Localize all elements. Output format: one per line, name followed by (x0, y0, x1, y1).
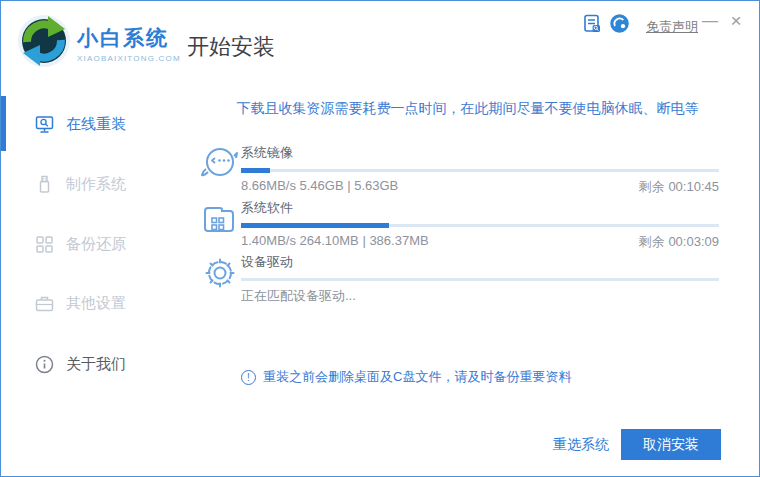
task-device-driver: 设备驱动 正在匹配设备驱动... (201, 253, 719, 299)
header: 小白系统 XIAOBAIXITONG.COM 开始安装 免责声明 — × (1, 1, 759, 91)
sidebar-item-make-system[interactable]: 制作系统 (1, 169, 186, 199)
task-name: 系统软件 (241, 199, 719, 217)
monitor-reinstall-icon (35, 115, 54, 134)
document-feedback-icon[interactable] (584, 14, 601, 33)
cancel-install-button[interactable]: 取消安装 (621, 429, 721, 460)
task-system-software: 系统软件 1.40MB/s 264.10MB | 386.37MB 剩余 00:… (201, 199, 719, 245)
backup-warning: ! 重装之前会删除桌面及C盘文件，请及时备份重要资料 (241, 368, 571, 386)
task-remaining: 剩余 00:10:45 (639, 178, 719, 196)
progress-bar-device-driver (241, 277, 719, 282)
sidebar-item-label: 制作系统 (66, 175, 126, 194)
progress-fill (241, 223, 389, 228)
task-remaining: 剩余 00:03:09 (639, 233, 719, 251)
minimize-button[interactable]: — (702, 12, 718, 30)
brand-domain: XIAOBAIXITONG.COM (77, 54, 181, 63)
task-name: 设备驱动 (241, 253, 719, 271)
brand-name: 小白系统 (77, 24, 181, 52)
app-window: 小白系统 XIAOBAIXITONG.COM 开始安装 免责声明 — × (0, 0, 760, 477)
backup-warning-text: 重装之前会删除桌面及C盘文件，请及时备份重要资料 (263, 368, 571, 386)
sidebar-item-online-reinstall[interactable]: 在线重装 (1, 109, 186, 139)
task-detail: 正在匹配设备驱动... (241, 287, 356, 305)
progress-fill (241, 168, 270, 173)
sidebar-item-label: 在线重装 (66, 115, 126, 134)
gear-icon (201, 253, 239, 293)
sidebar-item-other-settings[interactable]: 其他设置 (1, 288, 186, 318)
info-about-icon (35, 355, 54, 374)
sidebar-item-label: 其他设置 (66, 294, 126, 313)
disclaimer-link[interactable]: 免责声明 (646, 18, 698, 36)
sidebar-item-backup-restore[interactable]: 备份还原 (1, 229, 186, 259)
progress-track (241, 278, 719, 281)
task-system-image: 系统镜像 8.66MB/s 5.46GB | 5.63GB 剩余 00:10:4… (201, 144, 719, 190)
download-notice: 下载且收集资源需要耗费一点时间，在此期间尽量不要使电脑休眠、断电等 (191, 100, 744, 118)
progress-bar-system-image (241, 168, 719, 173)
briefcase-settings-icon (35, 294, 54, 313)
page-title: 开始安装 (187, 32, 275, 62)
progress-track (241, 169, 719, 172)
task-name: 系统镜像 (241, 144, 719, 162)
close-button[interactable]: × (727, 11, 745, 31)
sidebar-item-label: 关于我们 (66, 355, 126, 374)
customer-service-icon[interactable] (610, 14, 629, 33)
main-content: 下载且收集资源需要耗费一点时间，在此期间尽量不要使电脑休眠、断电等 系统镜像 (186, 91, 759, 476)
progress-bar-system-software (241, 223, 719, 228)
task-detail: 8.66MB/s 5.46GB | 5.63GB (241, 178, 398, 196)
task-detail: 1.40MB/s 264.10MB | 386.37MB (241, 233, 429, 251)
sidebar-item-about-us[interactable]: 关于我们 (1, 349, 186, 379)
exclamation-circle-icon: ! (241, 370, 256, 385)
sidebar: 在线重装 制作系统 备份还原 其他 (1, 91, 186, 476)
reselect-system-button[interactable]: 重选系统 (546, 429, 616, 460)
usb-make-system-icon (35, 175, 54, 194)
app-logo-icon (17, 14, 71, 68)
backup-restore-icon (35, 235, 54, 254)
sidebar-item-label: 备份还原 (66, 235, 126, 254)
software-folder-icon (201, 199, 239, 239)
brand: 小白系统 XIAOBAIXITONG.COM (77, 24, 181, 63)
mascot-face-icon (201, 144, 239, 184)
